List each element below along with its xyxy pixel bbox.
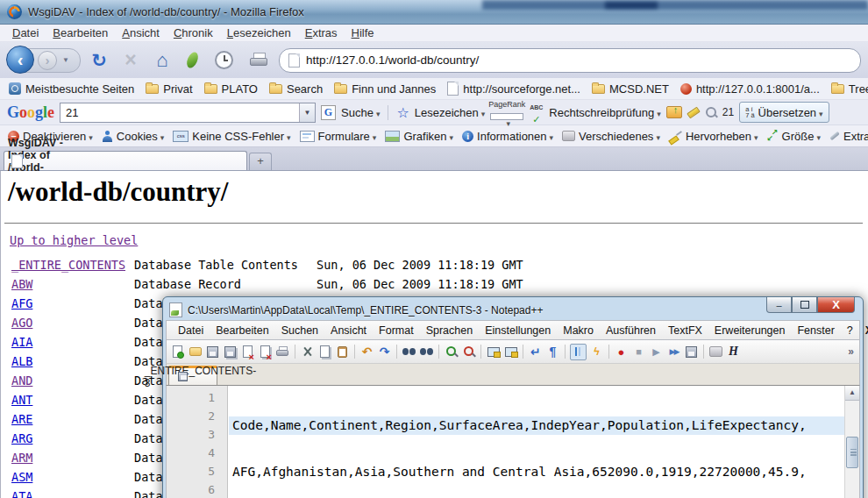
leaf-addon-icon[interactable] <box>185 51 201 70</box>
bookmark-folder-tree-samples[interactable]: Tree Samples <box>828 82 868 96</box>
entry-link[interactable]: _ENTIRE_CONTENTS <box>11 255 134 274</box>
back-button[interactable]: ‹ <box>6 46 34 74</box>
entry-link[interactable]: AIA <box>11 332 134 352</box>
zoom-in-button[interactable] <box>444 345 459 359</box>
forward-button[interactable]: › <box>38 51 57 70</box>
entry-link[interactable]: ALB <box>11 352 134 371</box>
play-macro-button[interactable]: ▶ <box>649 345 664 359</box>
notepadpp-titlebar[interactable]: C:\Users\Martin\AppData\Local\Temp\_ENTI… <box>166 300 860 320</box>
npp-menu-einstellungen[interactable]: Einstellungen <box>479 324 557 337</box>
url-bar[interactable]: http://127.0.0.1/world-db/country/ <box>279 48 861 73</box>
minimize-button[interactable]: – <box>766 297 792 313</box>
entry-link[interactable]: AND <box>11 371 134 390</box>
spellcheck-button[interactable]: Rechtschreibprüfung <box>549 106 661 119</box>
menu-extras[interactable]: Extras <box>298 26 345 39</box>
clock-addon-icon[interactable] <box>215 51 233 69</box>
close-button[interactable]: X <box>817 297 855 313</box>
save-button[interactable] <box>205 345 220 359</box>
bookmark-meistbesuchte-seiten[interactable]: Meistbesuchte Seiten <box>5 82 138 96</box>
zoom-out-button[interactable] <box>461 345 476 359</box>
indent-guide-button[interactable] <box>570 344 587 360</box>
menu-datei[interactable]: Datei <box>5 26 46 39</box>
bookmark-folder-plato[interactable]: PLATO <box>201 82 261 96</box>
npp-menu-makro[interactable]: Makro <box>557 324 600 337</box>
cut-button[interactable] <box>300 345 315 359</box>
show-symbols-button[interactable]: ¶ <box>545 345 560 359</box>
webdev-cookies[interactable]: Cookies <box>99 130 167 143</box>
webdev-extras[interactable]: Extras <box>827 130 868 143</box>
scrollbar-thumb[interactable] <box>846 437 858 468</box>
print-button[interactable] <box>249 53 268 68</box>
bookmark-sourceforge[interactable]: http://sourceforge.net... <box>444 82 584 96</box>
npp-menu-erweiterungen[interactable]: Erweiterungen <box>708 324 792 337</box>
menu-hilfe[interactable]: Hilfe <box>345 26 381 39</box>
record-macro-button[interactable]: ● <box>614 345 629 359</box>
run-macro-multiple-button[interactable]: ▶▶ <box>666 345 681 359</box>
webdev-css[interactable]: cssKeine CSS-Fehler <box>170 130 293 143</box>
webdev-hervorheben[interactable]: Hervorheben <box>666 130 761 143</box>
redo-button[interactable]: ↷ <box>377 345 392 359</box>
undo-button[interactable]: ↶ <box>359 345 374 359</box>
close-all-button[interactable] <box>258 345 273 359</box>
npp-menu-format[interactable]: Format <box>373 324 420 337</box>
scroll-up-arrow-icon[interactable]: ▲ <box>845 386 859 401</box>
menu-chronik[interactable]: Chronik <box>167 26 220 39</box>
up-to-higher-level-link[interactable]: Up to higher level <box>10 233 138 247</box>
npp-menu-datei[interactable]: Datei <box>172 324 210 337</box>
save-all-button[interactable] <box>223 345 238 359</box>
translate-button[interactable]: a í7 ä Übersetzen <box>739 102 829 123</box>
entry-link[interactable]: ARE <box>11 409 134 429</box>
bookmark-localhost-8001[interactable]: http://127.0.0.1:8001/a... <box>677 82 823 96</box>
word-wrap-button[interactable]: ↵ <box>528 345 543 359</box>
npp-menu-ausfuehren[interactable]: Ausführen <box>600 324 662 337</box>
save-macro-button[interactable] <box>684 345 699 359</box>
firefox-titlebar[interactable]: WsgiDAV - Index of /world-db/country/ - … <box>0 0 868 25</box>
npp-menu-bearbeiten[interactable]: Bearbeiten <box>210 324 274 337</box>
webdev-grafiken[interactable]: Grafiken <box>382 130 456 143</box>
open-file-button[interactable] <box>188 345 203 359</box>
npp-menu-fenster[interactable]: Fenster <box>791 324 840 337</box>
npp-menu-ansicht[interactable]: Ansicht <box>324 324 373 337</box>
toolbar-overflow-chevron[interactable]: » <box>848 345 856 358</box>
reload-button[interactable]: ↻ <box>86 50 112 71</box>
google-lesezeichen-button[interactable]: Lesezeichen <box>415 106 486 119</box>
npp-menu-textfx[interactable]: TextFX <box>662 324 708 337</box>
menu-bearbeiten[interactable]: Bearbeiten <box>46 26 115 39</box>
webdev-formulare[interactable]: Formulare <box>297 130 380 143</box>
bookmark-folder-privat[interactable]: Privat <box>142 82 196 96</box>
entry-link[interactable]: AGO <box>11 313 134 332</box>
replace-button[interactable] <box>419 345 434 359</box>
npp-menu-sprachen[interactable]: Sprachen <box>420 324 480 337</box>
new-tab-button[interactable]: + <box>249 153 272 170</box>
notepadpp-editor[interactable]: 1 2 3 4 5 6 Code,Name,Continent,Region,S… <box>166 385 860 498</box>
entry-link[interactable]: ARM <box>11 448 134 467</box>
google-search-box[interactable]: 21 ▼ <box>60 103 316 123</box>
npp-tab-entire-contents[interactable]: _ENTIRE_CONTENTS-3 <box>168 366 217 385</box>
vertical-scrollbar[interactable]: ▲ <box>844 386 859 498</box>
google-suche-button[interactable]: Suche <box>341 106 380 119</box>
entry-link[interactable]: ARG <box>11 429 134 448</box>
find-button[interactable] <box>402 345 416 359</box>
highlighter-icon[interactable] <box>687 106 700 118</box>
stop-macro-button[interactable]: ■ <box>631 345 646 359</box>
tab-wsgidav-index[interactable]: WsgiDAV - Index of /world-db/count... <box>4 151 247 170</box>
new-file-button[interactable] <box>170 345 185 359</box>
bookmark-folder-mcsd-net[interactable]: MCSD.NET <box>588 82 672 96</box>
send-to-icon[interactable] <box>666 106 682 118</box>
webdev-groesse[interactable]: Größe <box>765 130 823 143</box>
search-dropdown-icon[interactable]: ▼ <box>299 103 315 122</box>
entry-link[interactable]: ASM <box>11 467 134 487</box>
menu-ansicht[interactable]: Ansicht <box>115 26 167 39</box>
magnifier-icon[interactable] <box>705 106 717 118</box>
pagerank-widget[interactable]: PageRank <box>490 97 523 128</box>
url-text[interactable]: http://127.0.0.1/world-db/country/ <box>306 53 479 67</box>
npp-menu-suchen[interactable]: Suchen <box>275 324 324 337</box>
webdev-verschiedenes[interactable]: Verschiedenes <box>559 130 663 143</box>
stop-button[interactable]: × <box>117 48 144 72</box>
history-dropdown-icon[interactable]: ▼ <box>62 56 69 64</box>
maximize-button[interactable] <box>792 297 817 313</box>
editor-text-area[interactable]: Code,Name,Continent,Region,SurfaceArea,I… <box>229 386 844 498</box>
entry-link[interactable]: AFG <box>11 294 134 313</box>
function-list-button[interactable]: ϟ <box>589 345 604 359</box>
hex-editor-button[interactable]: H <box>726 345 741 359</box>
